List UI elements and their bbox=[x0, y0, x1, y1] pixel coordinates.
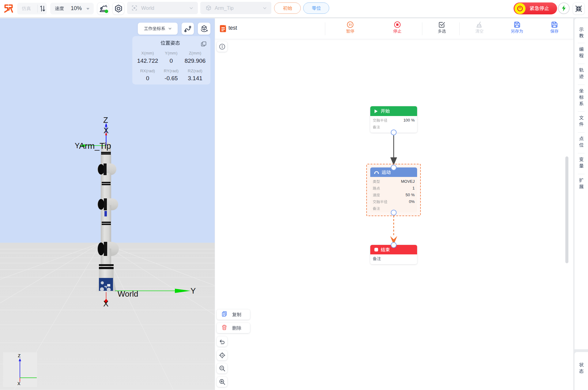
svg-text:Y: Y bbox=[190, 286, 196, 295]
svg-text:Z: Z bbox=[103, 115, 108, 125]
svg-text:z: z bbox=[18, 352, 21, 358]
svg-text:World: World bbox=[118, 289, 138, 298]
svg-text:x: x bbox=[17, 380, 21, 386]
svg-text:X: X bbox=[103, 299, 108, 308]
